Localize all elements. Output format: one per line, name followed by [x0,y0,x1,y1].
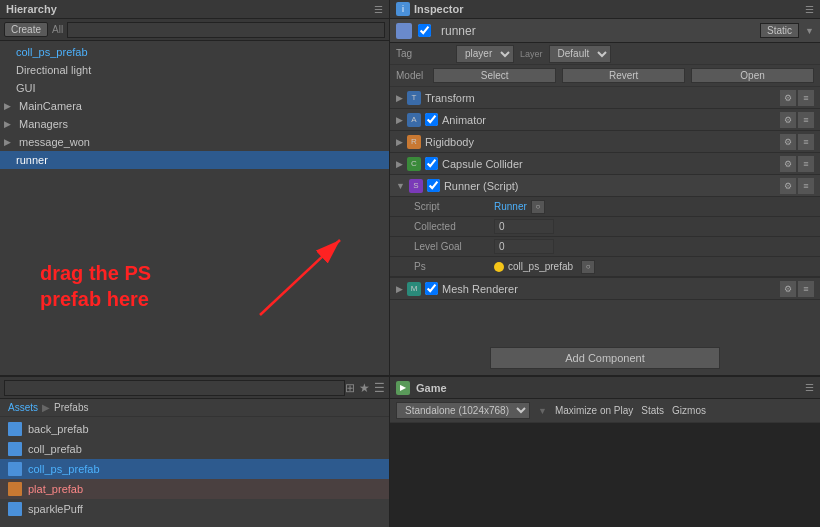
ps-object-dot [494,262,504,272]
tag-select[interactable]: player [456,45,514,63]
component-action-btn[interactable]: ≡ [798,112,814,128]
assets-menu-icon[interactable]: ☰ [374,381,385,395]
animator-checkbox[interactable] [425,113,438,126]
hierarchy-item-label: Managers [19,118,68,130]
assets-icon-1[interactable]: ⊞ [345,381,355,395]
component-name: Animator [442,114,780,126]
component-action-btn[interactable]: ⚙ [780,90,796,106]
static-dropdown-icon[interactable]: ▼ [805,26,814,36]
stats-button[interactable]: Stats [641,405,664,416]
hierarchy-item-main_camera[interactable]: ▶MainCamera [0,97,389,115]
component-rigidbody[interactable]: ▶RRigidbody⚙≡ [390,131,820,153]
runner-script-checkbox[interactable] [427,179,440,192]
asset-icon [8,502,22,516]
game-toolbar: Standalone (1024x768) ▼ Maximize on Play… [390,399,820,423]
component-action-btn[interactable]: ≡ [798,134,814,150]
component-capsule-collider[interactable]: ▶CCapsule Collider⚙≡ [390,153,820,175]
component-transform[interactable]: ▶TTransform⚙≡ [390,87,820,109]
asset-item-sparklePuff[interactable]: sparklePuff [0,499,389,519]
component-name: Capsule Collider [442,158,780,170]
create-button[interactable]: Create [4,22,48,37]
assets-list: back_prefabcoll_prefabcoll_ps_prefabplat… [0,417,389,527]
asset-name: back_prefab [28,423,89,435]
script-field-script: ScriptRunner○ [390,197,820,217]
model-revert-button[interactable]: Revert [562,68,685,83]
asset-item-coll_ps_prefab[interactable]: coll_ps_prefab [0,459,389,479]
object-name: runner [441,24,754,38]
component-name: Transform [425,92,780,104]
field-link-value[interactable]: Runner [494,201,527,212]
hierarchy-item-runner[interactable]: runner [0,151,389,169]
static-button[interactable]: Static [760,23,799,38]
component-action-btn[interactable]: ≡ [798,156,814,172]
asset-icon [8,482,22,496]
hierarchy-item-label: MainCamera [19,100,82,112]
asset-item-back_prefab[interactable]: back_prefab [0,419,389,439]
gizmos-button[interactable]: Gizmos [672,405,706,416]
hierarchy-item-message_won[interactable]: ▶message_won [0,133,389,151]
mesh-renderer-checkbox[interactable] [425,282,438,295]
component-action-btn[interactable]: ≡ [798,178,814,194]
hierarchy-toolbar: Create All [0,19,389,41]
asset-name: coll_prefab [28,443,82,455]
layer-select[interactable]: Default [549,45,611,63]
hierarchy-item-label: GUI [16,82,36,94]
component-action-btn[interactable]: ≡ [798,281,814,297]
component-mesh-renderer[interactable]: ▶MMesh Renderer⚙≡ [390,278,820,300]
hierarchy-item-gui[interactable]: GUI [0,79,389,97]
hierarchy-item-managers[interactable]: ▶Managers [0,115,389,133]
game-icon: ▶ [396,381,410,395]
model-open-button[interactable]: Open [691,68,814,83]
resolution-dropdown[interactable]: ▼ [538,406,547,416]
hierarchy-panel: Hierarchy ☰ Create All coll_ps_prefabDir… [0,0,390,375]
field-input-level goal[interactable] [494,239,554,254]
assets-icon-2[interactable]: ★ [359,381,370,395]
hierarchy-item-label: runner [16,154,48,166]
component-action-btn[interactable]: ⚙ [780,156,796,172]
hierarchy-title: Hierarchy [6,3,57,15]
hierarchy-search-input[interactable] [67,22,385,38]
ps-field-value: coll_ps_prefab [508,261,573,272]
component-action-btn[interactable]: ⚙ [780,134,796,150]
hierarchy-menu-icon[interactable]: ☰ [374,4,383,15]
breadcrumb: Assets ▶ Prefabs [0,399,389,417]
component-action-btn[interactable]: ⚙ [780,178,796,194]
asset-item-coll_prefab[interactable]: coll_prefab [0,439,389,459]
runner-script-component[interactable]: ▼SRunner (Script)⚙≡ [390,175,820,197]
game-content [390,423,820,527]
field-label: Script [414,201,494,212]
inspector-panel: i Inspector ☰ runner Static ▼ Tag player… [390,0,820,375]
resolution-select[interactable]: Standalone (1024x768) [396,402,530,419]
add-component-button[interactable]: Add Component [490,347,720,369]
field-label: Level Goal [414,241,494,252]
hierarchy-item-coll_ps_prefab[interactable]: coll_ps_prefab [0,43,389,61]
inspector-menu-icon[interactable]: ☰ [805,4,814,15]
object-icon [396,23,412,39]
inspector-icon: i [396,2,410,16]
game-menu-icon[interactable]: ☰ [805,382,814,393]
model-label: Model [396,70,423,81]
game-title: Game [416,382,447,394]
active-checkbox[interactable] [418,24,431,37]
component-action-btn[interactable]: ⚙ [780,281,796,297]
ps-select-icon[interactable]: ○ [581,260,595,274]
maximize-on-play-button[interactable]: Maximize on Play [555,405,633,416]
field-label: Collected [414,221,494,232]
breadcrumb-current: Prefabs [54,402,88,413]
script-section: ▼SRunner (Script)⚙≡ScriptRunner○Collecte… [390,175,820,278]
field-select-icon[interactable]: ○ [531,200,545,214]
assets-search-input[interactable] [4,380,345,396]
breadcrumb-root[interactable]: Assets [8,402,38,413]
inspector-toolbar: runner Static ▼ [390,19,820,43]
component-action-btn[interactable]: ≡ [798,90,814,106]
capsule-collider-checkbox[interactable] [425,157,438,170]
asset-item-plat_prefab[interactable]: plat_prefab [0,479,389,499]
component-animator[interactable]: ▶AAnimator⚙≡ [390,109,820,131]
component-action-btn[interactable]: ⚙ [780,112,796,128]
assets-panel: ⊞ ★ ☰ Assets ▶ Prefabs back_prefabcoll_p… [0,377,390,527]
hierarchy-item-label: message_won [19,136,90,148]
hierarchy-item-directional_light[interactable]: Directional light [0,61,389,79]
model-select-button[interactable]: Select [433,68,556,83]
asset-icon [8,422,22,436]
field-input-collected[interactable] [494,219,554,234]
